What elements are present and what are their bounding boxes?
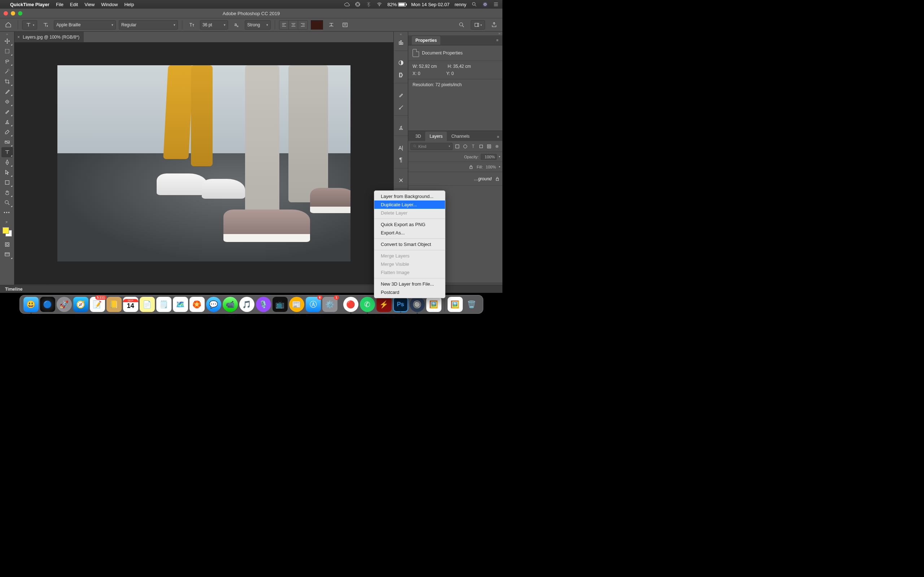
dock-flash[interactable]: ⚡: [376, 297, 392, 312]
share-button[interactable]: [489, 20, 499, 29]
home-button[interactable]: [3, 20, 14, 29]
layer-row-background[interactable]: …ground: [408, 172, 502, 186]
dock-notes[interactable]: 📄: [140, 297, 155, 312]
tab-channels[interactable]: Channels: [447, 132, 474, 141]
dock-collapse-icon[interactable]: «: [400, 32, 402, 36]
wifi-icon[interactable]: [376, 2, 382, 7]
layer-lock-icon[interactable]: [494, 176, 500, 182]
hand-tool[interactable]: [2, 187, 13, 198]
dock-facetime[interactable]: 📹: [223, 297, 238, 312]
window-minimize-button[interactable]: [11, 11, 15, 16]
paragraph-panel-icon[interactable]: ¶: [395, 154, 407, 166]
adjustments-panel-icon[interactable]: [395, 57, 407, 69]
dock-photos[interactable]: 🏵️: [189, 297, 205, 312]
layer-name[interactable]: …ground: [442, 176, 492, 181]
dock-calendar[interactable]: SEP 14: [123, 297, 138, 312]
window-zoom-button[interactable]: [18, 11, 23, 16]
swap-colors-icon[interactable]: [2, 220, 13, 225]
filter-pixel-icon[interactable]: [454, 143, 460, 150]
dock-reminders2[interactable]: 🗒️: [156, 297, 171, 312]
filter-type-icon[interactable]: T: [470, 143, 477, 150]
font-style-select[interactable]: Regular▾: [119, 20, 178, 29]
screenmode-button[interactable]: [2, 250, 13, 259]
marquee-tool[interactable]: [2, 46, 13, 56]
gradient-tool[interactable]: [2, 137, 13, 147]
lasso-tool[interactable]: [2, 56, 13, 66]
text-color-swatch[interactable]: [311, 20, 323, 29]
ctx-quick-export-png[interactable]: Quick Export as PNG: [374, 220, 445, 229]
menu-help[interactable]: Help: [124, 2, 134, 7]
dock-quicktime[interactable]: 🔘: [410, 297, 425, 312]
ctx-new-3d-layer[interactable]: New 3D Layer from File...: [374, 280, 445, 288]
dock-safari[interactable]: 🧭: [73, 297, 89, 312]
panels-collapse-icon[interactable]: »: [408, 32, 502, 35]
tools-collapse-icon[interactable]: »: [0, 32, 14, 36]
spotlight-icon[interactable]: [472, 2, 477, 7]
canvas[interactable]: [15, 43, 393, 284]
tab-layers[interactable]: Layers: [425, 132, 447, 141]
crop-tool[interactable]: [2, 76, 13, 87]
dock-finder[interactable]: 😃: [23, 297, 39, 312]
creative-cloud-icon[interactable]: [355, 2, 360, 7]
brush-tool[interactable]: [2, 107, 13, 117]
filter-toggle-icon[interactable]: [494, 143, 500, 150]
document-tab[interactable]: × Layers.jpg @ 100% (RGB/8*): [15, 32, 84, 42]
dock-appletv[interactable]: 📺: [273, 297, 288, 312]
styles-panel-icon[interactable]: [395, 69, 407, 81]
ctx-convert-smart-object[interactable]: Convert to Smart Object: [374, 240, 445, 248]
siri-icon[interactable]: [482, 2, 488, 7]
healing-brush-tool[interactable]: [2, 97, 13, 107]
color-swatches[interactable]: [2, 226, 13, 237]
quickmask-button[interactable]: [2, 239, 13, 250]
character-panel-button[interactable]: [340, 20, 351, 29]
menubar-app-name[interactable]: QuickTime Player: [10, 2, 50, 7]
tool-preset-type-icon[interactable]: ▾: [22, 20, 37, 29]
dock-settings[interactable]: ⚙️1: [322, 297, 338, 312]
menubar-datetime[interactable]: Mon 14 Sep 02.07: [411, 2, 449, 7]
menu-window[interactable]: Window: [101, 2, 118, 7]
dock-messages[interactable]: 💬: [206, 297, 221, 312]
dock-news[interactable]: 📰: [289, 297, 304, 312]
font-size-select[interactable]: 36 pt▾: [200, 20, 228, 29]
clone-stamp-tool[interactable]: [2, 117, 13, 127]
lock-icon[interactable]: [468, 164, 474, 170]
color-panel-icon[interactable]: [395, 37, 407, 48]
dock-contacts[interactable]: 📒: [107, 297, 122, 312]
align-center-button[interactable]: [289, 21, 298, 29]
shape-tool[interactable]: [2, 177, 13, 187]
dock-trash[interactable]: 🗑️: [464, 297, 479, 312]
pen-tool[interactable]: [2, 157, 13, 167]
ctx-export-as[interactable]: Export As...: [374, 229, 445, 237]
filter-smart-icon[interactable]: [486, 143, 492, 150]
search-button[interactable]: [456, 20, 467, 29]
dock-preview[interactable]: 🖼️: [426, 297, 441, 312]
dock-chrome[interactable]: 🔴: [343, 297, 359, 312]
zoom-tool[interactable]: [2, 198, 13, 208]
dock-reminders[interactable]: 📝3.111: [90, 297, 105, 312]
path-select-tool[interactable]: [2, 167, 13, 177]
eyedropper-tool[interactable]: [2, 87, 13, 97]
menu-view[interactable]: View: [84, 2, 95, 7]
cloud-sync-icon[interactable]: [344, 2, 350, 7]
text-orientation-toggle[interactable]: [40, 20, 51, 29]
bluetooth-icon[interactable]: [366, 2, 372, 7]
dock-music[interactable]: 🎵: [239, 297, 254, 312]
brushes-panel-icon[interactable]: [395, 89, 407, 101]
warp-text-button[interactable]: [326, 20, 337, 29]
menubar-user[interactable]: renny: [454, 2, 466, 7]
ctx-layer-from-bg[interactable]: Layer from Background...: [374, 192, 445, 200]
layers-filter-select[interactable]: Kind ▾: [410, 143, 452, 150]
menu-file[interactable]: File: [56, 2, 63, 7]
antialias-select[interactable]: Strong▾: [245, 20, 271, 29]
layers-menu-icon[interactable]: ≡: [497, 135, 499, 141]
align-right-button[interactable]: [298, 21, 307, 29]
dock-whatsapp[interactable]: ✆: [360, 297, 375, 312]
dock-launchpad[interactable]: 🚀: [57, 297, 72, 312]
window-close-button[interactable]: [3, 11, 8, 16]
eraser-tool[interactable]: [2, 127, 13, 137]
opacity-value[interactable]: 100%: [481, 154, 497, 160]
workspace-switcher[interactable]: ▾: [471, 20, 485, 29]
character-panel-icon[interactable]: A|: [395, 142, 407, 154]
ctx-postcard[interactable]: Postcard: [374, 288, 445, 297]
dock-photoshop[interactable]: Ps: [393, 297, 408, 312]
